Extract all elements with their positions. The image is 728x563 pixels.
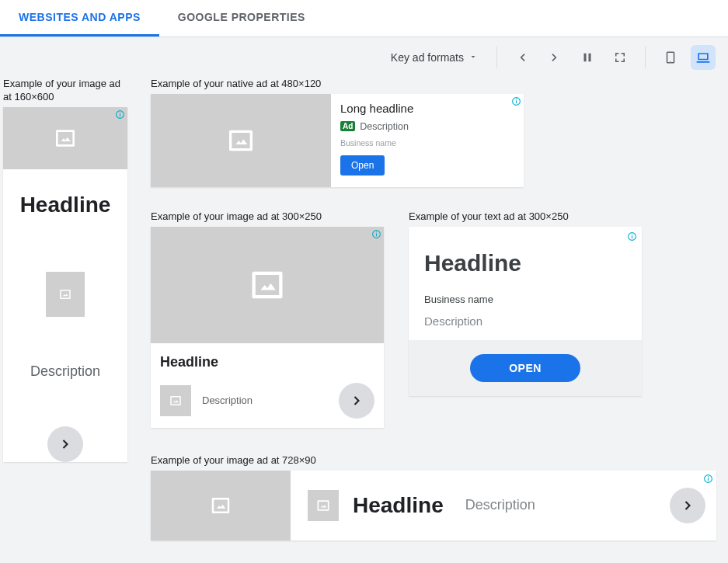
long-headline: Long headline xyxy=(340,102,514,115)
caption: Example of your native ad at 480×120 xyxy=(151,78,725,91)
logo-placeholder xyxy=(46,272,85,317)
arrow-button[interactable] xyxy=(47,426,83,462)
tabs: WEBSITES AND APPS GOOGLE PROPERTIES xyxy=(0,0,728,37)
info-icon[interactable] xyxy=(511,96,521,109)
caption: Example of your image ad at 160×600 xyxy=(3,78,127,104)
logo-placeholder xyxy=(160,385,191,416)
device-desktop-button[interactable] xyxy=(691,45,716,70)
chevron-right-icon xyxy=(57,436,73,452)
ad-300x250-image: Headline Description xyxy=(151,227,384,428)
ad-728x90: Headline Description xyxy=(151,471,716,540)
info-icon[interactable] xyxy=(115,109,125,122)
caption: Example of your text ad at 300×250 xyxy=(409,210,642,224)
pause-button[interactable] xyxy=(575,45,600,70)
ad-native-480: Long headline Ad Description Business na… xyxy=(151,94,524,187)
caption: Example of your image ad at 300×250 xyxy=(151,210,384,224)
prev-button[interactable] xyxy=(510,45,535,70)
headline: Headline xyxy=(424,250,626,276)
laptop-icon xyxy=(695,50,711,65)
image-placeholder-icon xyxy=(58,287,72,301)
image-placeholder-icon xyxy=(209,494,232,517)
ad-badge: Ad xyxy=(340,121,355,131)
ad-160x600-block: Example of your image ad at 160×600 Head… xyxy=(3,78,127,540)
ad-728x90-block: Example of your image ad at 728×90 Headl… xyxy=(151,454,725,540)
info-icon[interactable] xyxy=(371,229,381,242)
image-placeholder-icon xyxy=(247,265,287,305)
description: Description xyxy=(360,121,409,132)
fullscreen-icon xyxy=(613,50,627,64)
business-name: Business name xyxy=(424,294,626,305)
info-icon[interactable] xyxy=(627,231,637,244)
chevron-left-icon xyxy=(514,50,530,65)
description: Description xyxy=(202,394,328,406)
preview-area: Example of your image ad at 160×600 Head… xyxy=(0,78,728,556)
image-placeholder-icon xyxy=(53,126,78,151)
image-placeholder-icon xyxy=(225,125,256,156)
fullscreen-button[interactable] xyxy=(608,45,632,70)
ad-300x250-text-block: Example of your text ad at 300×250 Headl… xyxy=(409,210,642,428)
mobile-icon xyxy=(664,50,677,64)
arrow-button[interactable] xyxy=(670,488,705,523)
tab-google-properties[interactable]: GOOGLE PROPERTIES xyxy=(159,0,324,36)
divider xyxy=(496,47,497,68)
ad-300x250-image-block: Example of your image ad at 300×250 Head… xyxy=(151,210,384,428)
open-button[interactable]: OPEN xyxy=(470,354,580,382)
dropdown-key-ad-formats[interactable]: Key ad formats xyxy=(385,47,484,68)
tab-websites-apps[interactable]: WEBSITES AND APPS xyxy=(0,0,159,36)
ad-160x600: Headline Description xyxy=(3,107,127,462)
headline: Headline xyxy=(160,354,374,370)
headline: Headline xyxy=(353,493,444,518)
info-icon[interactable] xyxy=(703,474,713,486)
next-button[interactable] xyxy=(542,45,567,70)
device-mobile-button[interactable] xyxy=(658,45,683,70)
image-placeholder-icon xyxy=(169,394,183,408)
image-placeholder-icon xyxy=(315,498,331,513)
ad-native-480-block: Example of your native ad at 480×120 Lon… xyxy=(151,78,725,187)
caption: Example of your image ad at 728×90 xyxy=(151,454,725,467)
logo-placeholder xyxy=(308,490,339,521)
description: Description xyxy=(465,497,670,513)
arrow-button[interactable] xyxy=(339,383,374,419)
description: Description xyxy=(424,315,626,328)
chevron-down-icon xyxy=(468,51,478,64)
chevron-right-icon xyxy=(680,498,695,513)
description: Description xyxy=(3,332,127,403)
dropdown-label: Key ad formats xyxy=(391,51,464,64)
headline: Headline xyxy=(3,169,127,225)
open-button[interactable]: Open xyxy=(340,155,385,176)
divider xyxy=(645,47,646,68)
toolbar: Key ad formats xyxy=(0,37,728,78)
pause-icon xyxy=(580,50,594,64)
chevron-right-icon xyxy=(547,50,563,65)
ad-300x250-text: Headline Business name Description OPEN xyxy=(409,227,642,396)
chevron-right-icon xyxy=(349,393,364,408)
business-name: Business name xyxy=(340,138,514,148)
